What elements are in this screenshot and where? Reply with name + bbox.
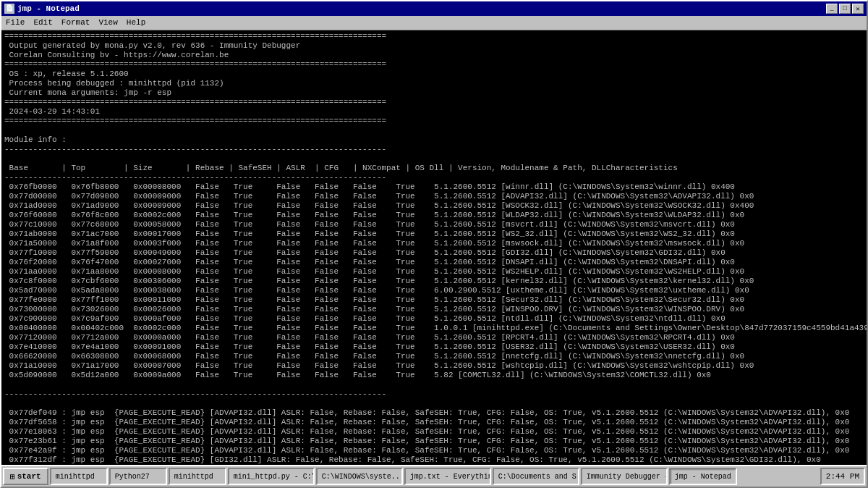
main-window: 📄 jmp - Notepad _ □ ✕ File Edit Format V…: [0, 0, 868, 488]
clock: 2:44 PM: [820, 468, 865, 485]
start-icon: ⊞: [10, 472, 15, 481]
start-label: start: [17, 472, 41, 481]
title-bar: 📄 jmp - Notepad _ □ ✕: [1, 1, 867, 16]
taskbar-item-1[interactable]: Python27: [109, 468, 167, 485]
taskbar-items: minihttpdPython27minihttpdmini_httpd.py …: [50, 468, 819, 485]
taskbar-item-0[interactable]: minihttpd: [50, 468, 108, 485]
menu-format[interactable]: Format: [57, 17, 95, 28]
title-bar-buttons: _ □ ✕: [826, 4, 864, 14]
taskbar-item-6[interactable]: C:\Documents and S...: [493, 468, 579, 485]
taskbar-item-4[interactable]: C:\WINDOWS\syste...: [316, 468, 403, 485]
menu-edit[interactable]: Edit: [29, 17, 56, 28]
taskbar-item-8[interactable]: jmp - Notepad: [669, 468, 737, 485]
menu-view[interactable]: View: [94, 17, 122, 28]
taskbar-item-5[interactable]: jmp.txt - Everything: [404, 468, 491, 485]
text-content[interactable]: ========================================…: [1, 30, 867, 465]
taskbar-item-7[interactable]: Immunity Debugger - ...: [581, 468, 668, 485]
taskbar-item-2[interactable]: minihttpd: [169, 468, 226, 485]
title-bar-left: 📄 jmp - Notepad: [4, 4, 80, 14]
maximize-button[interactable]: □: [839, 4, 851, 14]
menu-file[interactable]: File: [1, 17, 29, 28]
minimize-button[interactable]: _: [826, 4, 838, 14]
close-button[interactable]: ✕: [852, 4, 864, 14]
start-button[interactable]: ⊞ start: [3, 468, 48, 485]
taskbar-item-3[interactable]: mini_httpd.py - C:\D...: [228, 468, 315, 485]
menu-bar: File Edit Format View Help: [1, 16, 867, 30]
menu-help[interactable]: Help: [122, 17, 150, 28]
taskbar: ⊞ start minihttpdPython27minihttpdmini_h…: [1, 465, 867, 487]
app-icon: 📄: [4, 4, 14, 14]
window-title: jmp - Notepad: [17, 4, 80, 13]
